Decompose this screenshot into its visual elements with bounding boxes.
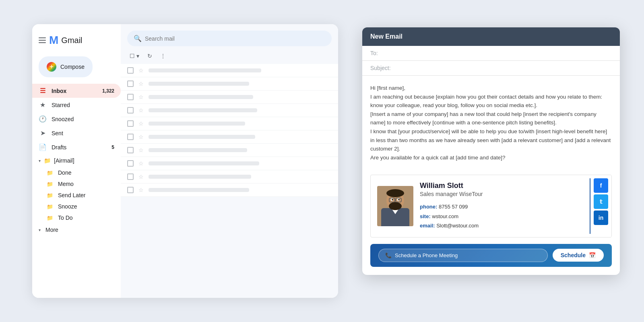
svg-point-9	[392, 199, 393, 200]
more-options-button[interactable]: ⋮	[158, 51, 168, 61]
sidebar-item-memo[interactable]: 📁 Memo	[32, 178, 121, 190]
to-input[interactable]	[398, 50, 612, 56]
sidebar-item-done[interactable]: 📁 Done	[32, 167, 121, 178]
send-later-folder-icon: 📁	[47, 192, 53, 198]
snooze-folder-icon: 📁	[47, 204, 53, 210]
schedule-phone-icon: 📞	[385, 252, 392, 258]
hamburger-menu-icon[interactable]	[39, 37, 46, 43]
sidebar-item-todo[interactable]: 📁 To Do	[32, 212, 121, 223]
svg-point-6	[389, 202, 402, 210]
compose-header: New Email	[362, 27, 620, 46]
email-label: email:	[420, 223, 435, 229]
table-row[interactable]: ☆	[121, 157, 338, 170]
table-row[interactable]: ☆	[121, 170, 338, 184]
memo-label: Memo	[58, 181, 74, 187]
schedule-button[interactable]: Schedule 📅	[553, 249, 604, 262]
drafts-badge: 5	[111, 144, 114, 150]
email-signature: William Slott Sales manager WiseTour pho…	[370, 175, 612, 237]
table-row[interactable]: ☆	[121, 91, 338, 104]
sidebar-item-starred[interactable]: ★ Starred	[32, 98, 121, 112]
linkedin-button[interactable]: in	[594, 211, 608, 225]
gmail-logo-text: Gmail	[61, 36, 82, 45]
subject-label: Subject:	[370, 65, 394, 71]
gmail-main: 🔍 ☐ ▾ ↻ ⋮ ☆ ☆ ☆ ☆ ☆ ☆ ☆ ☆ ☆ ☆	[121, 24, 338, 298]
schedule-phone-label: Schedule a Phone Meeting	[395, 252, 458, 258]
body-line-2: I am reaching out because [explain how y…	[370, 93, 612, 110]
site-value: wstour.com	[432, 213, 458, 219]
body-line-3: [Insert a name of your company] has a ne…	[370, 110, 612, 127]
signature-contact: phone: 8755 57 099 site: wstour.com emai…	[420, 202, 583, 230]
sidebar-item-snooze[interactable]: 📁 Snooze	[32, 201, 121, 212]
starred-icon: ★	[39, 101, 47, 109]
twitter-icon: 𝕥	[600, 198, 603, 205]
gmail-window: M Gmail + Compose ☰ Inbox 1,322 ★ Starre…	[32, 24, 338, 298]
snoozed-label: Snoozed	[52, 116, 74, 122]
sidebar-item-snoozed[interactable]: 🕐 Snoozed	[32, 112, 121, 126]
memo-folder-icon: 📁	[47, 181, 53, 187]
airmail-section-header[interactable]: ▾ 📁 [Airmail]	[32, 154, 121, 167]
table-row[interactable]: ☆	[121, 77, 338, 91]
schedule-area: 📞 Schedule a Phone Meeting Schedule 📅	[370, 244, 612, 267]
snoozed-icon: 🕐	[39, 115, 47, 123]
svg-point-10	[398, 199, 400, 200]
facebook-icon: f	[600, 182, 602, 189]
table-row[interactable]: ☆	[121, 130, 338, 144]
drafts-label: Drafts	[52, 144, 66, 151]
twitter-button[interactable]: 𝕥	[594, 194, 608, 209]
phone-value: 8755 57 099	[439, 204, 468, 210]
body-line-4: I know that [your product/service] will …	[370, 127, 612, 153]
drafts-icon: 📄	[39, 143, 47, 151]
signature-left: William Slott Sales manager WiseTour pho…	[371, 175, 590, 237]
email-list: ☆ ☆ ☆ ☆ ☆ ☆ ☆ ☆ ☆ ☆	[121, 64, 338, 298]
compose-content[interactable]: Hi [first name], I am reaching out becau…	[362, 76, 620, 168]
sidebar-item-send-later[interactable]: 📁 Send Later	[32, 190, 121, 201]
phone-label: phone:	[420, 204, 437, 210]
sidebar-item-more[interactable]: ▾ More	[32, 223, 121, 236]
send-later-label: Send Later	[58, 192, 86, 198]
compose-window-title: New Email	[370, 33, 402, 40]
svg-point-5	[386, 189, 404, 197]
sent-label: Sent	[52, 130, 63, 136]
sidebar-item-drafts[interactable]: 📄 Drafts 5	[32, 140, 121, 154]
table-row[interactable]: ☆	[121, 184, 338, 197]
table-row[interactable]: ☆	[121, 117, 338, 130]
compose-label: Compose	[60, 64, 85, 70]
gmail-logo-area: M Gmail	[32, 31, 121, 53]
schedule-phone-button[interactable]: 📞 Schedule a Phone Meeting	[378, 249, 548, 262]
body-line-5: Are you available for a quick call at [a…	[370, 153, 612, 162]
inbox-label: Inbox	[52, 88, 66, 94]
subject-field: Subject:	[362, 61, 620, 76]
gmail-m-logo: M	[49, 34, 58, 47]
search-input[interactable]	[145, 35, 325, 42]
done-label: Done	[58, 169, 71, 176]
signature-info: William Slott Sales manager WiseTour pho…	[420, 182, 583, 230]
select-all-button[interactable]: ☐ ▾	[127, 51, 142, 61]
compose-button[interactable]: + Compose	[39, 56, 93, 77]
site-label: site:	[420, 213, 431, 219]
sent-icon: ➤	[39, 129, 47, 137]
signature-title: Sales manager WiseTour	[420, 191, 583, 197]
to-field: To:	[362, 46, 620, 61]
to-label: To:	[370, 50, 394, 56]
todo-label: To Do	[58, 215, 73, 221]
subject-input[interactable]	[398, 65, 612, 71]
compose-body: To: Subject: Hi [first name], I am reach…	[362, 46, 620, 267]
sidebar-item-sent[interactable]: ➤ Sent	[32, 126, 121, 140]
refresh-button[interactable]: ↻	[145, 51, 155, 61]
done-folder-icon: 📁	[47, 170, 53, 176]
body-line-1: Hi [first name],	[370, 84, 612, 93]
snooze-label: Snooze	[58, 203, 77, 210]
table-row[interactable]: ☆	[121, 144, 338, 157]
schedule-btn-label: Schedule	[561, 252, 586, 258]
table-row[interactable]: ☆	[121, 64, 338, 77]
table-row[interactable]: ☆	[121, 104, 338, 117]
starred-label: Starred	[52, 102, 70, 108]
airmail-label: [Airmail]	[54, 157, 74, 164]
inbox-icon: ☰	[39, 87, 47, 95]
todo-folder-icon: 📁	[47, 215, 53, 221]
sidebar-item-inbox[interactable]: ☰ Inbox 1,322	[32, 84, 121, 98]
signature-social: f 𝕥 in	[590, 175, 611, 237]
email-toolbar: ☐ ▾ ↻ ⋮	[121, 50, 338, 64]
facebook-button[interactable]: f	[594, 178, 608, 193]
schedule-calendar-icon: 📅	[589, 252, 596, 258]
